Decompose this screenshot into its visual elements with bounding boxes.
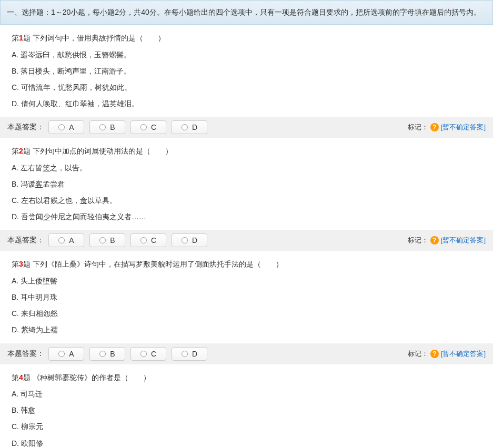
option-letter: B. [12,180,21,188]
answer-choice-button-b[interactable]: B [89,120,125,134]
choice-letter: B [110,123,115,131]
radio-circle-icon [99,351,106,357]
option-letter: A. [12,277,21,285]
answer-choice-button-d[interactable]: D [172,120,207,134]
question-block: 第2题 下列句中加点的词属使动用法的是（ ）A. 左右皆笑之，以告。B. 冯谖客… [0,138,493,230]
option-text: 冯谖 [21,180,35,188]
answer-choice-button-d[interactable]: D [172,347,207,361]
option-letter: B. [12,67,21,75]
question-block: 第1题 下列词句中，借用典故抒情的是（ ）A. 遥岑远臼，献愁供恨，玉簪螺髻。B… [0,25,493,117]
choice-letter: A [69,236,74,245]
option-text: 头上倭堕髻 [21,277,57,285]
question-number-prefix: 第 [12,147,19,155]
radio-circle-icon [140,237,147,243]
question-number-prefix: 第 [12,260,19,268]
option-row: D. 倩何人唤取、红巾翠袖，温英雄泪。 [12,97,481,110]
mark-area: 标记：?[暂不确定答案] [408,123,486,132]
uncertain-link[interactable]: [暂不确定答案] [441,123,486,132]
option-row: A. 遥岑远臼，献愁供恨，玉簪螺髻。 [12,48,481,62]
question-title: 第2题 下列句中加点的词属使动用法的是（ ） [12,145,481,157]
choice-letter: A [69,350,74,358]
answer-bar: 本题答案：ABCD标记：?[暂不确定答案] [0,343,493,364]
option-text: 仲尼之闻而轻伯夷之义者…… [51,212,146,221]
radio-circle-icon [99,237,106,243]
mark-label: 标记： [408,236,428,245]
question-number: 4 [19,373,23,382]
choice-letter: C [151,350,156,358]
option-row: C. 柳宗元 [12,420,481,433]
option-text: 遥岑远臼，献愁供恨，玉簪螺髻。 [21,50,131,59]
question-title: 第1题 下列词句中，借用典故抒情的是（ ） [12,32,481,44]
choice-letter: A [69,123,74,131]
option-text: 以草具。 [87,196,117,205]
option-row: B. 冯谖客孟尝君 [12,178,481,191]
mark-area: 标记：?[暂不确定答案] [408,349,486,359]
question-number-suffix: 题 [23,260,33,268]
choice-letter: D [192,123,197,131]
answer-label: 本题答案： [7,349,44,359]
question-stem: 下列句中加点的词属使动用法的是（ ） [33,147,173,155]
question-number-suffix: 题 [23,34,33,42]
answer-choice-button-a[interactable]: A [48,347,84,361]
option-row: C. 来归相怨怒 [12,307,481,320]
radio-circle-icon [182,237,188,243]
option-text: 左右皆 [21,164,43,172]
radio-circle-icon [140,124,147,130]
option-text: 韩愈 [21,406,35,414]
option-letter: C. [12,309,21,318]
option-text: 耳中明月珠 [21,293,57,301]
option-row: B. 耳中明月珠 [12,291,481,304]
mark-label: 标记： [408,349,428,359]
choice-letter: C [151,123,156,131]
question-stem: 下列《陌上桑》诗句中，在描写罗敷美貌时运用了侧面烘托手法的是（ ） [33,260,283,268]
choice-letter: B [110,350,115,358]
mark-area: 标记：?[暂不确定答案] [408,236,486,245]
answer-label: 本题答案： [7,236,44,245]
answer-bar: 本题答案：ABCD标记：?[暂不确定答案] [0,230,493,251]
option-letter: A. [12,390,21,398]
answer-label: 本题答案： [7,123,44,132]
radio-circle-icon [58,351,65,357]
option-letter: D. [12,439,21,447]
option-row: D. 欧阳修 [12,437,481,448]
option-letter: B. [12,293,21,301]
option-row: D. 紫绮为上襦 [12,323,481,337]
option-letter: D. [12,212,21,221]
option-text: 孟尝君 [43,180,65,188]
question-block: 第4题 《种树郭橐驼传》的作者是（ ）A. 司马迁B. 韩愈C. 柳宗元D. 欧… [0,364,493,448]
question-number-suffix: 题 [23,147,33,155]
answer-choice-button-b[interactable]: B [89,347,125,361]
answer-choice-button-c[interactable]: C [130,233,166,247]
radio-circle-icon [182,351,188,357]
help-icon[interactable]: ? [430,350,439,358]
option-letter: D. [12,325,21,334]
option-underline: 笑 [43,164,50,172]
answer-choice-button-c[interactable]: C [130,347,166,361]
uncertain-link[interactable]: [暂不确定答案] [441,349,486,359]
option-text: 左右以君贱之也， [21,196,80,205]
option-text: 倩何人唤取、红巾翠袖，温英雄泪。 [21,99,139,108]
question-number-suffix: 题 [23,373,33,382]
option-row: C. 左右以君贱之也，食以草具。 [12,194,481,207]
answer-choice-button-c[interactable]: C [130,120,166,134]
choice-letter: D [192,236,197,245]
option-letter: C. [12,422,21,431]
mark-label: 标记： [408,123,428,132]
answer-choice-button-a[interactable]: A [48,233,84,247]
answer-choice-button-d[interactable]: D [172,233,207,247]
section-header: 一、选择题：1～20小题，每小题2分，共40分。在每小题给出的四个选项中，只有一… [0,0,493,25]
help-icon[interactable]: ? [430,236,439,245]
question-number: 1 [19,34,23,42]
question-number: 2 [19,147,23,155]
option-text: 司马迁 [21,390,43,398]
help-icon[interactable]: ? [430,123,439,131]
option-row: D. 吾尝闻少仲尼之闻而轻伯夷之义者…… [12,210,481,223]
option-underline: 食 [80,196,87,205]
answer-choice-button-a[interactable]: A [48,120,84,134]
option-letter: A. [12,50,21,59]
radio-circle-icon [182,124,188,130]
option-underline: 客 [35,180,43,188]
question-stem: 《种树郭橐驼传》的作者是（ ） [33,373,150,382]
answer-choice-button-b[interactable]: B [89,233,125,247]
uncertain-link[interactable]: [暂不确定答案] [441,236,486,245]
